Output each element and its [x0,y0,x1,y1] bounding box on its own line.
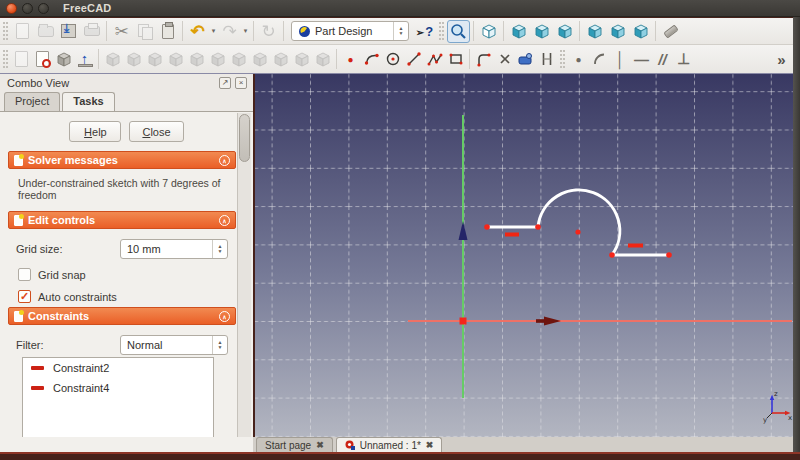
constraint-filter-select[interactable]: Normal ▲▼ [120,335,228,355]
toolbar-grip[interactable] [560,50,565,68]
horizontal-constraint-mark[interactable] [505,233,519,237]
create-circle-button[interactable] [382,49,403,70]
constraints-header[interactable]: Constraints ∧ [8,307,236,325]
help-button[interactable]: Help [69,121,121,142]
grid-snap-checkbox[interactable] [18,268,31,281]
edit-sketch-button[interactable] [32,49,53,70]
map-sketch-button[interactable] [53,49,74,70]
window-maximize-button[interactable] [38,3,49,14]
create-rectangle-button[interactable] [445,49,466,70]
view-right-button[interactable] [553,20,576,43]
close-button[interactable]: Close [129,121,183,142]
fit-all-button[interactable] [447,20,470,43]
open-file-button[interactable] [34,20,57,43]
workbench-spinner[interactable]: ▲▼ [393,22,408,40]
filter-spinner[interactable]: ▲▼ [212,336,227,354]
paste-button[interactable] [156,20,179,43]
arc-center-point[interactable] [575,229,580,234]
create-point-button[interactable]: ● [340,49,361,70]
toolbar-overflow-button[interactable]: » [771,49,792,70]
external-geometry-button[interactable] [515,49,536,70]
create-line-button[interactable] [403,49,424,70]
view-bottom-button[interactable] [606,20,629,43]
window-minimize-button[interactable] [22,3,33,14]
grid-size-spinner[interactable]: ▲▼ [212,240,227,258]
panel-scrollbar[interactable]: ▼ [237,113,251,452]
horizontal-constraint-mark[interactable] [628,244,643,248]
revolution-button[interactable] [144,49,165,70]
collapse-icon[interactable]: ∧ [219,155,230,166]
sketch-canvas[interactable]: z x y [255,74,793,437]
leave-sketch-button[interactable]: ↑ [74,49,95,70]
view-left-button[interactable] [629,20,652,43]
scrollbar-thumb[interactable] [239,114,250,162]
auto-constraints-checkbox[interactable]: ✓ [18,290,31,303]
list-item-constraint2[interactable]: Constraint2 [23,358,213,378]
view-axonometric-button[interactable] [477,20,500,43]
list-item-constraint4[interactable]: Constraint4 [23,378,213,398]
constrain-vertical-button[interactable]: │ [610,49,631,70]
whats-this-button[interactable]: ? [413,20,436,43]
polar-pattern-button[interactable] [291,49,312,70]
view-top-button[interactable] [530,20,553,43]
vertex-point[interactable] [484,224,490,230]
new-sketch-button[interactable] [11,49,32,70]
redo-button[interactable]: ↷ [218,20,241,43]
save-button[interactable] [57,20,80,43]
collapse-icon[interactable]: ∧ [219,311,230,322]
tab-project[interactable]: Project [4,92,60,111]
carbon-copy-button[interactable] [536,49,557,70]
view-rear-button[interactable] [583,20,606,43]
tab-unnamed-document[interactable]: Unnamed : 1* ✖ [336,437,443,452]
trim-edge-button[interactable] [494,49,515,70]
groove-button[interactable] [165,49,186,70]
constrain-horizontal-button[interactable]: — [631,49,652,70]
undo-button[interactable]: ↶ [186,20,209,43]
copy-button[interactable] [133,20,156,43]
measure-button[interactable] [659,20,682,43]
origin-point[interactable] [460,318,467,325]
tab-start-page[interactable]: Start page ✖ [256,437,333,452]
polar-pattern-icon [293,50,311,68]
pocket-button[interactable] [123,49,144,70]
toolbar-grip[interactable] [3,22,8,40]
solver-messages-header[interactable]: Solver messages ∧ [8,151,236,169]
3d-viewport[interactable]: z x y [255,74,793,437]
create-arc-button[interactable] [361,49,382,70]
constrain-point-on-object-button[interactable] [589,49,610,70]
view-front-button[interactable] [507,20,530,43]
constrain-perpendicular-button[interactable]: ⊥ [673,49,694,70]
toolbar-grip[interactable] [3,50,8,68]
redo-dropdown[interactable]: ▾ [241,20,250,43]
toolbar-grip[interactable] [439,22,444,40]
cut-button[interactable]: ✂ [110,20,133,43]
panel-float-button[interactable]: ↗ [219,77,231,89]
chamfer-button[interactable] [207,49,228,70]
edit-controls-header[interactable]: Edit controls ∧ [8,211,236,229]
tab-close-icon[interactable]: ✖ [316,440,324,450]
tab-tasks[interactable]: Tasks [62,92,114,111]
collapse-icon[interactable]: ∧ [219,215,230,226]
fillet-sketch-button[interactable] [473,49,494,70]
window-close-button[interactable] [6,3,17,14]
vertex-point[interactable] [535,224,541,230]
pad-button[interactable] [102,49,123,70]
workbench-selector[interactable]: Part Design ▲▼ [291,21,409,41]
create-polyline-button[interactable] [424,49,445,70]
refresh-button[interactable]: ↻ [257,20,280,43]
multi-transform-button[interactable] [312,49,333,70]
grid-size-select[interactable]: 10 mm ▲▼ [120,239,228,259]
fillet-feature-button[interactable] [186,49,207,70]
linear-pattern-button[interactable] [270,49,291,70]
vertex-point[interactable] [666,252,672,258]
tab-close-icon[interactable]: ✖ [426,440,434,450]
panel-close-button[interactable]: × [235,77,247,89]
mirrored-button[interactable] [249,49,270,70]
undo-dropdown[interactable]: ▾ [209,20,218,43]
new-file-button[interactable] [11,20,34,43]
print-button[interactable] [80,20,103,43]
vertex-point[interactable] [609,252,615,258]
constrain-coincident-button[interactable]: ● [568,49,589,70]
constrain-parallel-button[interactable]: // [652,49,673,70]
draft-button[interactable] [228,49,249,70]
